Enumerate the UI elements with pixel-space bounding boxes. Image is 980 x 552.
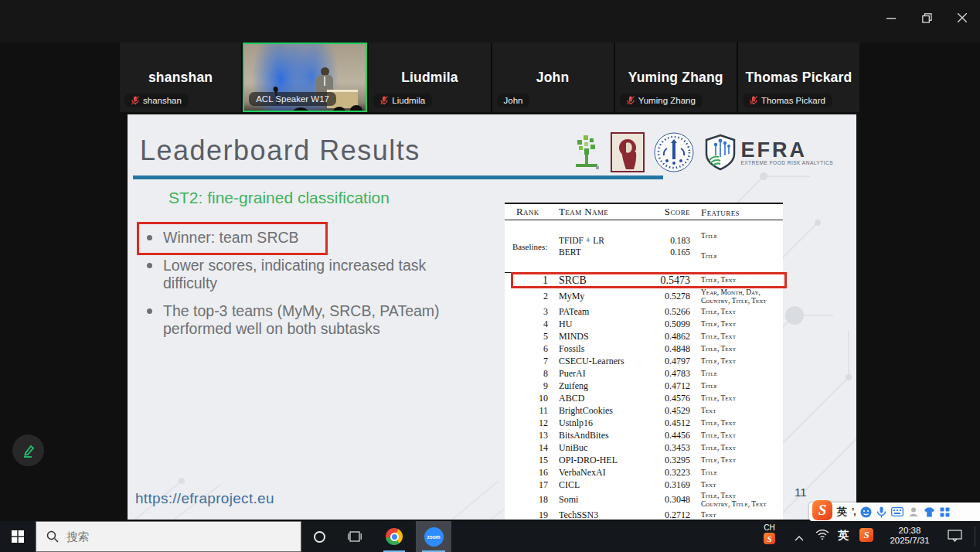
sogou-punctuation-toggle[interactable]: ’,	[852, 506, 856, 517]
bullet-item: The top-3 teams (MyMy, SRCB, PATeam) per…	[147, 302, 456, 338]
participant-name-label: Liudmila	[373, 94, 432, 107]
sogou-language-mode[interactable]: 英	[837, 505, 847, 519]
participant-tile[interactable]: shanshan shanshan	[120, 43, 241, 112]
zoom-taskbar-button[interactable]: zoom	[416, 521, 451, 552]
sogou-emoji-button[interactable]	[860, 506, 872, 518]
efra-wordmark: EFRA	[740, 140, 833, 160]
table-row: 15 OPI-DRO-HEL 0.3295 Title, Text	[505, 454, 783, 466]
wifi-icon	[815, 530, 829, 540]
table-row: 13 BitsAndBites 0.4456 Title, Text	[505, 429, 783, 441]
participant-name-label: ACL Speaker W17	[249, 92, 336, 106]
sogou-icon: S	[859, 528, 873, 542]
start-button[interactable]	[0, 521, 36, 552]
ime-indicator[interactable]: CH S	[764, 523, 775, 544]
taskbar-search[interactable]	[36, 521, 301, 552]
baselines-rows: Baselines: TFIDF + LR BERT 0.183 0.165 T…	[505, 220, 783, 273]
user-icon	[908, 506, 919, 517]
mic-muted-icon	[131, 96, 139, 105]
sogou-skin-button[interactable]	[924, 507, 935, 517]
participant-name-label: John	[497, 94, 530, 107]
classical-head-logo	[611, 132, 645, 172]
participant-video-strip: shanshan shanshan	[120, 43, 859, 112]
participant-name-label: Thomas Pickard	[743, 94, 832, 107]
bullet-item: Winner: team SRCB	[147, 229, 456, 247]
zoom-meeting-window: shanshan shanshan	[0, 0, 980, 552]
tray-date: 2025/7/31	[882, 536, 937, 546]
show-desktop-divider[interactable]	[975, 526, 975, 547]
annotate-button[interactable]	[12, 434, 44, 466]
windows-taskbar: zoom CH S 英 S 20:38 2025/7/31	[0, 521, 980, 552]
sogou-voice-button[interactable]	[876, 506, 886, 518]
mic-muted-icon	[380, 96, 388, 105]
clock[interactable]: 20:38 2025/7/31	[882, 526, 937, 546]
search-icon	[46, 530, 59, 543]
mic-muted-icon	[750, 96, 757, 105]
pixel-tree-logo	[570, 134, 602, 171]
keyboard-icon	[891, 507, 903, 516]
cortana-icon	[314, 531, 325, 543]
action-center-button[interactable]	[948, 530, 962, 545]
bullet-item: Lower scores, indicating increased task …	[147, 257, 456, 292]
pencil-icon	[21, 443, 36, 458]
wifi-status[interactable]	[815, 530, 829, 543]
bullet-dot	[147, 235, 152, 240]
chevron-up-icon	[795, 535, 804, 541]
sogou-keyboard-button[interactable]	[891, 507, 903, 516]
bullet-dot	[147, 308, 152, 314]
restore-icon[interactable]	[909, 8, 944, 28]
slide-subtitle: ST2: fine-grained classification	[168, 189, 390, 207]
participant-tile[interactable]: John John	[492, 43, 614, 112]
cortana-button[interactable]	[302, 521, 336, 552]
table-row: 17 CICL 0.3169 Text	[505, 479, 783, 491]
microphone-icon	[876, 506, 886, 518]
sogou-account-button[interactable]	[908, 506, 919, 517]
sogou-toolbox-button[interactable]	[940, 507, 950, 517]
table-row: 6 Fossils 0.4848 Title, Text	[505, 342, 783, 355]
participant-name-label: shanshan	[124, 94, 189, 107]
tray-time: 20:38	[882, 526, 937, 536]
bullet-dot	[147, 263, 152, 268]
table-row: 9 Zuifeng 0.4712 Title	[505, 380, 783, 392]
window-titlebar	[0, 0, 980, 43]
shared-presentation-slide: Leaderboard Results	[128, 114, 856, 520]
mic-muted-icon	[627, 96, 635, 105]
task-view-button[interactable]	[338, 521, 372, 552]
sogou-input-bar: S 英 ’,	[809, 503, 980, 521]
table-row: 1 SRCB 0.5473 Title, Text	[505, 273, 783, 288]
logo-row: EFRA EXTREME FOOD RISK ANALYTICS	[570, 131, 833, 173]
zoom-app-icon: zoom	[424, 527, 444, 547]
notification-icon	[948, 530, 962, 542]
chrome-icon	[386, 528, 403, 545]
participant-tile[interactable]: Liudmila Liudmila	[369, 43, 490, 112]
table-row: 8 PuerAI 0.4783 Title	[505, 367, 783, 380]
table-row: 18 Somi 0.3048 Title, Text Country, Titl…	[505, 491, 783, 509]
chrome-taskbar-button[interactable]	[377, 521, 411, 552]
sogou-logo[interactable]: S	[812, 500, 832, 520]
table-row: 19 TechSSN3 0.2712 Text	[505, 509, 783, 520]
participant-tile[interactable]: ACL Speaker W17	[243, 43, 367, 112]
task-view-icon	[348, 530, 362, 543]
language-indicator[interactable]: 英	[838, 529, 849, 543]
table-header: Rank Team Name Score Features	[505, 203, 783, 220]
table-row: 10 ABCD 0.4576 Title, Text	[505, 392, 783, 404]
show-hidden-icons-button[interactable]	[795, 530, 804, 544]
title-underline	[133, 175, 663, 179]
tshirt-icon	[924, 507, 935, 517]
sogou-tray-button[interactable]: S	[859, 528, 873, 542]
bullet-list: Winner: team SRCB Lower scores, indicati…	[147, 229, 456, 348]
close-icon[interactable]	[944, 8, 980, 28]
table-row: 5 MINDS 0.4862 Title, Text	[505, 330, 783, 342]
participant-tile[interactable]: Thomas Pickard Thomas Pickard	[738, 43, 859, 112]
efra-shield-icon	[703, 134, 737, 171]
table-row: 14 UniBuc 0.3453 Title, Text	[505, 441, 783, 454]
participant-tile[interactable]: Yuming Zhang Yuming Zhang	[615, 43, 737, 112]
minimize-icon[interactable]	[873, 8, 909, 28]
slide-title: Leaderboard Results	[140, 135, 420, 167]
grid-icon	[940, 507, 950, 517]
windows-logo-icon	[12, 530, 24, 543]
table-row: 4 HU 0.5099 Title, Text	[505, 318, 783, 330]
table-row: 16 VerbaNexAI 0.3223 Title	[505, 466, 783, 479]
stockholm-university-seal	[653, 131, 695, 173]
emoji-icon	[860, 506, 872, 518]
search-input[interactable]	[66, 530, 260, 543]
